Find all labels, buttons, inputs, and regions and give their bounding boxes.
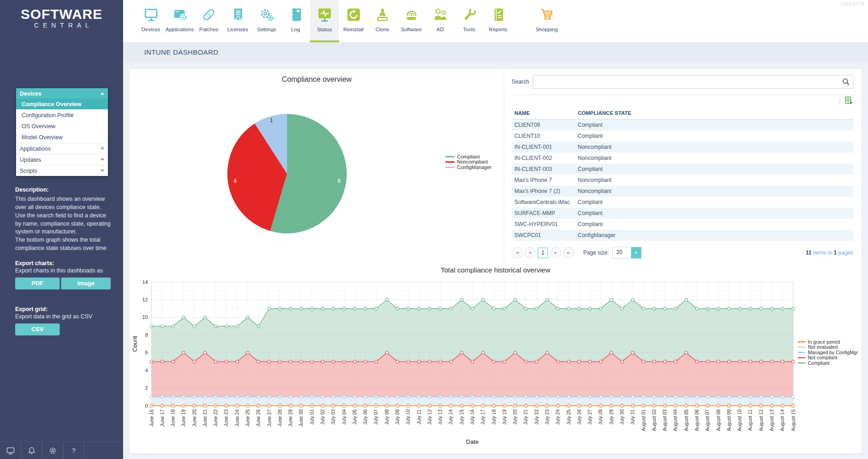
toolbar-item-licenses[interactable]: Licenses — [223, 0, 252, 42]
svg-text:June 21: June 21 — [202, 409, 208, 427]
table-row[interactable]: IN-CLIENT-002Noncompliant — [512, 153, 853, 164]
app-root: SOFTWARE CENTRAL Devices Compliance Over… — [0, 0, 868, 459]
toolbar-item-applications[interactable]: Applications — [165, 0, 194, 42]
computer-icon[interactable] — [0, 442, 21, 459]
table-cell: CLIENT10 — [512, 130, 575, 142]
sidebar-group-scripts[interactable]: Scripts — [16, 165, 108, 176]
table-header-row: NAME COMPLIANCE STATE — [512, 107, 853, 119]
column-header-compliance-state[interactable]: COMPLIANCE STATE — [575, 107, 853, 119]
top-toolbar: 23R3.BETA Devices Applications Patches L… — [123, 0, 868, 42]
table-row[interactable]: SURFACE-MMPCompliant — [512, 208, 853, 219]
svg-text:August 10: August 10 — [737, 409, 742, 431]
table-cell: Noncompliant — [575, 142, 853, 153]
description-line: The bottom graph shows the total complia… — [15, 236, 113, 253]
area-chart-title: Total compliance historical overview — [130, 266, 862, 274]
toolbar-item-shopping[interactable]: Shopping — [532, 0, 561, 42]
sidebar-group-applications[interactable]: Applications — [16, 143, 108, 154]
search-input[interactable] — [533, 75, 853, 89]
toolbar-item-software[interactable]: Software — [397, 0, 426, 42]
toolbar-item-reports[interactable]: Reports — [484, 0, 513, 42]
pager-prev-button[interactable]: ◀ — [524, 247, 535, 258]
search-icon[interactable] — [842, 78, 850, 88]
toolbar-item-devices[interactable]: Devices — [136, 0, 165, 42]
export-csv-icon[interactable] — [845, 96, 853, 106]
clone-icon — [375, 7, 390, 24]
svg-text:July 27: July 27 — [587, 409, 592, 425]
toolbar-item-settings[interactable]: Settings — [252, 0, 281, 42]
table-row[interactable]: SWC-HYPERV01Compliant — [512, 219, 853, 230]
toolbar-label: Log — [291, 27, 300, 32]
table-row[interactable]: IN-CLIENT-003Compliant — [512, 164, 853, 175]
svg-text:July 06: July 06 — [362, 409, 368, 425]
svg-text:0: 0 — [145, 403, 148, 408]
pager-first-button[interactable]: |◀ — [512, 247, 523, 258]
svg-text:June 20: June 20 — [192, 409, 197, 427]
toolbar-item-status[interactable]: Status — [310, 0, 339, 42]
sidebar-item-compliance-overview[interactable]: Compliance Overview — [16, 99, 108, 110]
export-image-button[interactable]: Image — [61, 278, 111, 289]
export-charts-subtitle: Export charts in this dashboads as — [15, 267, 113, 274]
table-row[interactable]: CLIENT10Compliant — [512, 130, 853, 142]
svg-text:July 03: July 03 — [330, 409, 336, 425]
export-pdf-button[interactable]: PDF — [15, 278, 60, 289]
svg-text:June 27: June 27 — [266, 409, 272, 427]
search-input-wrap — [533, 75, 853, 89]
toolbar-item-patches[interactable]: Patches — [194, 0, 223, 42]
table-row[interactable]: Max's iPhone 7Noncompliant — [512, 175, 853, 186]
sidebar-item-configuration-profile[interactable]: Configuration Profile — [16, 110, 108, 121]
svg-text:June 26: June 26 — [255, 409, 261, 427]
toolbar-label: Status — [317, 27, 332, 32]
toolbar-label: Settings — [257, 27, 276, 32]
pie-chart-block: 641CompliantNoncompliantConfigManager Co… — [130, 69, 504, 262]
svg-text:June 30: June 30 — [298, 409, 304, 427]
sidebar-item-model-overview[interactable]: Model Overview — [16, 132, 108, 143]
svg-text:July 19: July 19 — [502, 409, 507, 425]
svg-text:4: 4 — [145, 368, 148, 373]
page-size-select[interactable]: 20 ▼ — [612, 247, 642, 259]
notifications-bell-icon[interactable] — [21, 442, 42, 459]
pager-current-page[interactable]: 1 — [538, 248, 548, 258]
svg-text:June 22: June 22 — [213, 409, 218, 427]
settings-gear-icon[interactable] — [42, 442, 63, 459]
table-row[interactable]: IN-CLIENT-001Noncompliant — [512, 142, 853, 153]
summary-text: items in — [812, 249, 834, 256]
export-csv-button[interactable]: CSV — [15, 323, 60, 335]
table-row[interactable]: Max's iPhone 7 (2)Noncompliant — [512, 186, 853, 197]
svg-text:6: 6 — [338, 178, 341, 184]
pager-next-button[interactable]: ▶ — [550, 247, 561, 258]
table-cell: Max's iPhone 7 — [512, 175, 575, 186]
sidebar-item-os-overview[interactable]: OS Overview — [16, 121, 108, 132]
table-cell: Noncompliant — [575, 186, 853, 197]
tools-icon — [462, 7, 477, 24]
toolbar-item-tools[interactable]: Tools — [455, 0, 484, 42]
svg-text:Not compliant: Not compliant — [808, 355, 837, 360]
sidebar-footer: ? — [0, 442, 123, 459]
applications-icon — [172, 7, 188, 24]
svg-text:June 24: June 24 — [234, 409, 240, 427]
svg-text:July 12: July 12 — [427, 409, 432, 425]
table-row[interactable]: SWCPC01ConfigManager — [512, 230, 853, 241]
svg-text:July 13: July 13 — [437, 409, 443, 425]
svg-text:August 04: August 04 — [672, 409, 678, 431]
sidebar-group-devices[interactable]: Devices — [16, 88, 108, 99]
help-icon[interactable]: ? — [63, 442, 85, 459]
toolbar-item-log[interactable]: Log — [281, 0, 310, 42]
toolbar-label: Reports — [489, 27, 507, 32]
sidebar-group-updates[interactable]: Updates — [16, 154, 108, 165]
toolbar-label: Devices — [141, 27, 160, 32]
table-cell: Compliant — [575, 119, 853, 131]
toolbar-label: Tools — [463, 27, 475, 32]
column-header-name[interactable]: NAME — [512, 107, 575, 119]
svg-text:July 08: July 08 — [384, 409, 389, 425]
table-row[interactable]: CLIENT09Compliant — [512, 119, 853, 131]
search-row: Search — [512, 75, 853, 95]
toolbar-item-reinstall[interactable]: Reinstall — [339, 0, 368, 42]
toolbar-item-clone[interactable]: Clone — [368, 0, 397, 42]
table-row[interactable]: SoftwareCentrals iMacCompliant — [512, 197, 853, 208]
svg-text:Count: Count — [131, 336, 138, 352]
table-cell: SWCPC01 — [512, 230, 575, 241]
compliance-history-chart: 02468101214June 16June 17June 18June 19J… — [130, 278, 862, 452]
svg-text:ConfigManager: ConfigManager — [457, 164, 492, 170]
toolbar-item-ad[interactable]: AD — [426, 0, 455, 42]
pager-last-button[interactable]: ▶| — [563, 247, 574, 258]
